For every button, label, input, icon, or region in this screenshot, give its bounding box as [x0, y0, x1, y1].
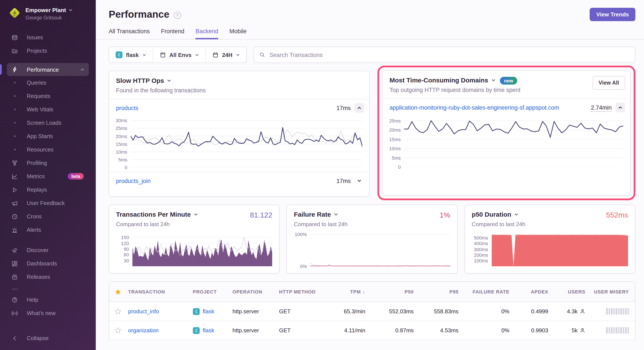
- column-header-http-method[interactable]: HTTP METHOD: [277, 289, 326, 294]
- chevron-up-icon: [357, 106, 362, 110]
- main-content: Performance ? View Trends All Transactio…: [96, 0, 644, 350]
- chevron-down-icon: [357, 179, 362, 183]
- tpm-cell: 65.3/min: [326, 308, 367, 315]
- search-icon: [259, 52, 265, 58]
- slow-http-ops-card: Slow HTTP Ops Found in the following tra…: [109, 71, 370, 197]
- sidebar-item-web-vitals[interactable]: Web Vitals: [0, 103, 96, 116]
- sidebar-item-requests[interactable]: Requests: [0, 89, 96, 103]
- sidebar-item-crons[interactable]: Crons: [0, 210, 96, 223]
- slow-http-ops-title-dropdown[interactable]: Slow HTTP Ops: [116, 77, 172, 84]
- sidebar-item-label: User Feedback: [27, 200, 65, 206]
- column-header-project[interactable]: PROJECT: [191, 289, 231, 294]
- card-subtitle: Compared to last 24h: [294, 221, 450, 227]
- y-axis-labels: 25ms20ms15ms10ms5ms0: [386, 117, 404, 167]
- sidebar-item-performance[interactable]: Performance: [7, 63, 89, 76]
- replays-icon: [11, 186, 18, 193]
- user-misery-score-bar: [587, 308, 635, 315]
- card-subtitle: Compared to last 24h: [472, 221, 628, 227]
- sidebar-item-queries[interactable]: Queries: [0, 76, 96, 89]
- tab-backend[interactable]: Backend: [196, 28, 218, 39]
- tab-mobile[interactable]: Mobile: [230, 28, 247, 39]
- column-header-tpm-sorted[interactable]: TPM ↓: [326, 289, 367, 295]
- sidebar-item-whats-new[interactable]: What's new: [0, 306, 96, 320]
- transaction-link-products[interactable]: products: [116, 105, 336, 111]
- tpm-title-dropdown[interactable]: Transactions Per Minute: [116, 211, 198, 218]
- expand-row-button[interactable]: [354, 176, 364, 186]
- project-cell[interactable]: flask: [191, 327, 231, 334]
- project-filter-dropdown[interactable]: flask: [109, 47, 152, 63]
- domain-link[interactable]: application-monitoring-ruby-dot-sales-en…: [390, 104, 591, 111]
- sidebar-item-screen-loads[interactable]: Screen Loads: [0, 116, 96, 130]
- sidebar-item-user-feedback[interactable]: User Feedback: [0, 196, 96, 210]
- sidebar-item-metrics[interactable]: Metrics beta: [0, 170, 96, 183]
- transaction-link[interactable]: product_info: [126, 308, 191, 315]
- user-icon: [580, 327, 585, 333]
- p50-duration-value: 552ms: [606, 211, 628, 220]
- card-title-text: Most Time-Consuming Domains: [390, 76, 488, 84]
- collapse-row-button[interactable]: [354, 103, 364, 113]
- active-accent-bar: [0, 64, 2, 75]
- siren-icon: [11, 226, 18, 233]
- sidebar-item-projects[interactable]: Projects: [0, 44, 96, 57]
- card-title-text: p50 Duration: [472, 211, 511, 218]
- chevron-up-icon: [80, 67, 84, 72]
- view-all-button[interactable]: View All: [593, 76, 625, 90]
- transaction-link-products-join[interactable]: products_join: [116, 178, 336, 184]
- column-header-apdex[interactable]: APDEX: [511, 289, 550, 294]
- column-header-p95[interactable]: P95: [416, 289, 460, 294]
- chevron-down-icon: [195, 53, 199, 57]
- transaction-duration: 17ms: [336, 178, 351, 184]
- sidebar-item-label: What's new: [27, 310, 56, 316]
- key-transactions-star-icon[interactable]: [109, 288, 126, 295]
- time-range-dropdown[interactable]: 24H: [205, 47, 246, 63]
- transactions-per-minute-card: Transactions Per Minute 81.122 Compared …: [109, 205, 280, 274]
- users-cell: 5k: [550, 327, 587, 333]
- transaction-link[interactable]: organization: [126, 327, 191, 333]
- column-header-users[interactable]: USERS: [550, 289, 587, 294]
- column-header-operation[interactable]: OPERATION: [231, 289, 277, 294]
- column-header-failure-rate[interactable]: FAILURE RATE: [460, 289, 511, 294]
- chevron-down-icon: [142, 53, 146, 57]
- search-transactions-box: [254, 47, 635, 63]
- failure-rate-title-dropdown[interactable]: Failure Rate: [294, 211, 338, 218]
- sidebar-item-label: Metrics: [27, 173, 45, 180]
- search-input[interactable]: [254, 47, 635, 63]
- sidebar-item-alerts[interactable]: Alerts: [0, 223, 96, 236]
- domains-title-dropdown[interactable]: Most Time-Consuming Domains: [390, 76, 496, 84]
- p50-title-dropdown[interactable]: p50 Duration: [472, 211, 518, 218]
- sidebar-item-releases[interactable]: Releases: [0, 270, 96, 283]
- sidebar-item-issues[interactable]: Issues: [0, 31, 96, 44]
- sidebar-item-help[interactable]: Help: [0, 293, 96, 306]
- failure-rate-chart: [310, 233, 450, 266]
- org-header[interactable]: Empower Plant George Gritsouk: [0, 0, 96, 21]
- column-header-p50[interactable]: P50: [367, 289, 416, 294]
- collapse-row-button[interactable]: [616, 103, 625, 112]
- sidebar-item-app-starts[interactable]: App Starts: [0, 130, 96, 143]
- favorite-star-button[interactable]: [109, 327, 126, 333]
- column-header-transaction[interactable]: TRANSACTION: [126, 289, 191, 294]
- sidebar-collapse-button[interactable]: Collapse: [0, 331, 96, 345]
- chevron-down-icon: [491, 78, 496, 82]
- tab-all-transactions[interactable]: All Transactions: [109, 28, 150, 39]
- metrics-icon: [11, 173, 18, 180]
- sidebar-item-discover[interactable]: Discover: [0, 243, 96, 257]
- sidebar-item-replays[interactable]: Replays: [0, 183, 96, 196]
- slow-http-ops-chart: [131, 117, 362, 167]
- bullet-icon: [14, 136, 16, 137]
- help-tooltip-icon[interactable]: ?: [174, 12, 181, 19]
- chevron-down-icon: [236, 53, 240, 57]
- tab-frontend[interactable]: Frontend: [161, 28, 184, 39]
- sidebar-item-label: Replays: [27, 186, 47, 193]
- env-filter-dropdown[interactable]: All Envs: [152, 47, 205, 63]
- sidebar-item-profiling[interactable]: Profiling: [0, 156, 96, 170]
- failure-rate-cell: 0%: [460, 308, 511, 315]
- view-trends-button[interactable]: View Trends: [590, 8, 635, 21]
- project-cell[interactable]: flask: [191, 308, 231, 315]
- domain-time-spent: 2.74min: [591, 104, 612, 112]
- sidebar-item-resources[interactable]: Resources: [0, 143, 96, 156]
- project-link: flask: [203, 308, 214, 315]
- sidebar-item-dashboards[interactable]: Dashboards: [0, 257, 96, 270]
- favorite-star-button[interactable]: [109, 308, 126, 315]
- card-subtitle: Compared to last 24h: [116, 221, 272, 227]
- column-header-user-misery[interactable]: USER MISERY: [587, 289, 635, 294]
